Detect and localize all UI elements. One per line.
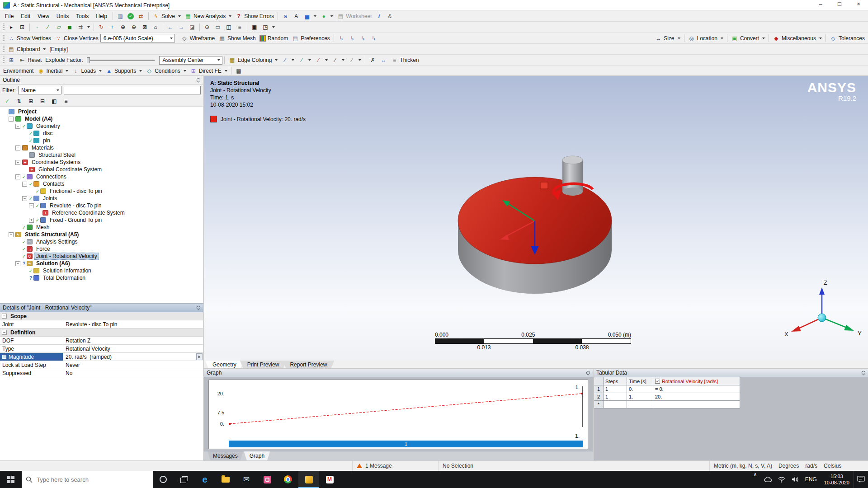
collapse-icon[interactable] [9, 232, 14, 237]
show-mesh-button[interactable]: Show Mesh [217, 34, 258, 43]
edge-direction-button-1[interactable] [279, 56, 296, 65]
menu-file[interactable]: File [1, 11, 17, 21]
expand-all-button[interactable] [25, 97, 36, 106]
extend-selection-button[interactable] [75, 23, 92, 32]
pin-icon[interactable] [196, 305, 201, 310]
edge-joint-display-button-4[interactable] [368, 34, 379, 43]
explode-factor-slider[interactable] [87, 60, 155, 61]
edge-joint-display-button-2[interactable] [347, 34, 358, 43]
size-button[interactable]: Size [653, 34, 682, 43]
selection-info-button[interactable] [373, 12, 384, 21]
next-view-button[interactable] [176, 23, 187, 32]
search-input[interactable] [37, 476, 149, 483]
sort-button[interactable] [61, 97, 71, 106]
time-cell[interactable]: 0. [627, 385, 653, 393]
worksheet-button[interactable]: Worksheet [335, 12, 373, 21]
loads-button[interactable]: Loads [70, 66, 104, 75]
graph-plot-area[interactable]: 20. 7.5 0. 1. 1. 1 [208, 380, 588, 449]
velocity-cell[interactable]: 20. [653, 393, 740, 401]
zoom-out-button[interactable] [128, 23, 139, 32]
velocity-header[interactable]: Rotational Velocity [rad/s] [653, 377, 740, 385]
time-cell[interactable] [627, 401, 653, 408]
chart-button[interactable] [302, 12, 318, 21]
type-value-field[interactable]: Rotational Velocity [63, 345, 203, 352]
details-section-scope[interactable]: Scope [0, 312, 203, 320]
convert-button[interactable]: Convert [729, 34, 767, 43]
tree-item-static-structural[interactable]: Static Structural (A5) [0, 231, 203, 238]
minimize-button[interactable] [811, 0, 830, 7]
filter-text-input[interactable] [64, 86, 201, 94]
tree-item-structural-steel[interactable]: Structural Steel [0, 151, 203, 159]
dof-value-field[interactable]: Rotation Z [63, 337, 203, 344]
menu-tools[interactable]: Tools [72, 11, 92, 21]
cortana-button[interactable] [153, 471, 174, 488]
tree-item-materials[interactable]: Materials [0, 144, 203, 151]
orientation-triad[interactable]: Z Y X [784, 279, 862, 338]
section-plane-button[interactable] [212, 23, 223, 32]
split-edges-button[interactable] [378, 56, 389, 65]
menu-units[interactable]: Units [53, 11, 72, 21]
column-checkbox[interactable] [655, 379, 660, 384]
store-button[interactable] [257, 471, 278, 488]
collapse-icon[interactable] [22, 196, 27, 201]
close-vertices-button[interactable]: Close Vertices [53, 34, 100, 43]
collapse-icon[interactable] [15, 174, 20, 179]
toolbar-grip[interactable] [3, 35, 5, 42]
volume-button[interactable] [788, 471, 802, 488]
tree-item-disc[interactable]: disc [0, 130, 203, 137]
edge-direction-button-4[interactable] [330, 56, 346, 65]
box-select-button[interactable] [17, 23, 28, 32]
toolbar-grip[interactable] [3, 56, 5, 64]
tree-item-solution-information[interactable]: Solution Information [0, 267, 203, 274]
iso-view-button[interactable] [187, 23, 198, 32]
gmail-button[interactable] [319, 471, 340, 488]
annotation-button[interactable] [249, 23, 260, 32]
suppressed-value-field[interactable]: No [63, 369, 203, 377]
previous-view-button[interactable] [165, 23, 176, 32]
tree-item-force[interactable]: Force [0, 245, 203, 253]
network-button[interactable] [775, 471, 788, 488]
supports-button[interactable]: Supports [104, 66, 144, 75]
body-filter-button[interactable] [64, 23, 75, 32]
file-explorer-button[interactable] [215, 471, 236, 488]
vertex-scale-combo[interactable]: 6.e-005 (Auto Scale) [100, 34, 175, 42]
hidden-icons-button[interactable] [750, 471, 760, 478]
tree-item-joint-rotational-velocity[interactable]: Joint - Rotational Velocity [0, 253, 203, 260]
tab-geometry[interactable]: Geometry [205, 361, 244, 368]
random-colors-button[interactable]: Random [258, 34, 290, 43]
rotate-view-button[interactable] [96, 23, 107, 32]
tree-item-total-deformation[interactable]: Total Deformation [0, 274, 203, 282]
geometry-viewport[interactable]: Z Y X A: Static Structural Joint - Rotat… [204, 76, 868, 361]
tree-item-fixed-joint[interactable]: Fixed - Ground To pin [0, 216, 203, 224]
language-indicator[interactable]: ENG [802, 471, 820, 488]
edge-coloring-button[interactable]: Edge Coloring [226, 56, 279, 65]
clock[interactable]: 15:03 10-08-2020 [820, 471, 854, 488]
window-layout-button[interactable] [260, 23, 277, 32]
tree-item-solution[interactable]: Solution (A6) [0, 260, 203, 267]
close-button[interactable] [849, 0, 868, 7]
tree-item-frictional[interactable]: Frictional - disc To pin [0, 188, 203, 195]
edge-button[interactable] [194, 471, 215, 488]
tree-item-pin[interactable]: pin [0, 137, 203, 144]
edge-joint-display-button-1[interactable] [336, 34, 347, 43]
menu-help[interactable]: Help [92, 11, 111, 21]
miscellaneous-button[interactable]: Miscellaneous [771, 34, 824, 43]
tree-item-revolute[interactable]: Revolute - disc To pin [0, 202, 203, 209]
tree-item-model[interactable]: Model (A4) [0, 115, 203, 122]
maximize-button[interactable] [830, 0, 849, 7]
magnitude-flyout-button[interactable] [196, 353, 203, 360]
edge-direction-button-5[interactable] [346, 56, 363, 65]
edge-joint-display-button-3[interactable] [358, 34, 368, 43]
show-errors-button[interactable]: Show Errors [233, 12, 276, 21]
probe-button[interactable] [318, 12, 335, 21]
viewports-button[interactable] [223, 23, 234, 32]
location-button[interactable]: Location [686, 34, 725, 43]
tree-item-joints[interactable]: Joints [0, 195, 203, 202]
toolbar-grip[interactable] [3, 46, 5, 53]
taskbar-search[interactable] [22, 471, 153, 488]
tab-graph[interactable]: Graph [244, 451, 270, 460]
show-vertices-button[interactable]: Show Vertices [6, 34, 53, 43]
inertial-button[interactable]: Inertial [35, 66, 70, 75]
collapse-all-button[interactable] [37, 97, 48, 106]
steps-cell[interactable] [604, 401, 627, 408]
